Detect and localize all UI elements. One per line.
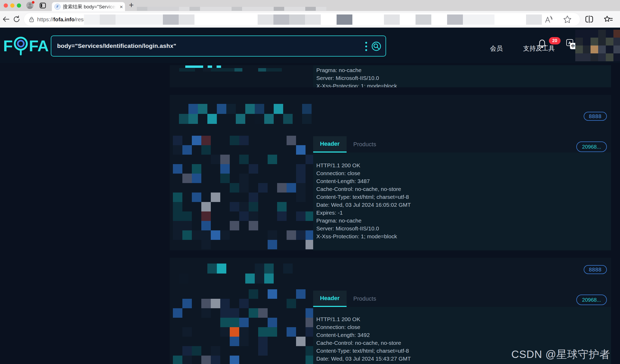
result-count-badge[interactable]: 20968...	[576, 295, 607, 305]
result-card-2: 8888 Header Products HTTP/1.1 200 OKConn…	[170, 95, 611, 250]
url-bar[interactable]: https://fofa.info/result?qb	[24, 13, 580, 26]
new-tab-button[interactable]: +	[129, 1, 134, 10]
fofa-favicon: F	[54, 4, 61, 10]
blurred-screenshot-thumbnail[interactable]	[173, 289, 315, 364]
detail-tabs: Header Products	[313, 136, 611, 153]
fofa-header: F FA body="Services/Identification/login…	[0, 28, 620, 63]
fofa-logo[interactable]: F FA	[3, 36, 48, 56]
traffic-close-button[interactable]	[4, 3, 8, 8]
url-blur-mosaic	[84, 14, 542, 25]
search-query-text: body="Services/Identification/login.ashx…	[57, 43, 176, 49]
http-headers: Pragma: no-cacheServer: Microsoft-IIS/10…	[313, 65, 611, 87]
detail-column: Header Products HTTP/1.1 200 OKConnectio…	[313, 136, 611, 250]
blurred-result-title[interactable]	[179, 104, 312, 124]
csdn-watermark: CSDN @星球守护者	[511, 347, 610, 362]
search-input[interactable]: body="Services/Identification/login.ashx…	[51, 36, 386, 57]
header-panel: Pragma: no-cacheServer: Microsoft-IIS/10…	[313, 65, 611, 87]
result-count-badge[interactable]: 20968...	[576, 141, 607, 152]
detail-tabs: Header Products	[313, 291, 611, 307]
search-options-dots-icon[interactable]	[365, 42, 367, 51]
read-aloud-icon[interactable]	[544, 16, 553, 24]
logo-letters-fa: FA	[29, 37, 49, 55]
tab-products[interactable]: Products	[347, 136, 383, 153]
bookmark-star-icon[interactable]	[563, 15, 572, 24]
notifications-bell-icon[interactable]	[537, 39, 547, 49]
blurred-result-title[interactable]	[179, 264, 312, 284]
blurred-screenshot-thumbnail[interactable]	[173, 136, 315, 249]
browser-toolbar: https://fofa.info/result?qb	[0, 11, 620, 28]
tab-close-icon[interactable]: ×	[120, 4, 123, 9]
traffic-zoom-button[interactable]	[17, 3, 21, 8]
port-badge[interactable]: 8888	[584, 112, 607, 121]
sidebar-toggle-icon[interactable]	[39, 2, 46, 9]
user-avatar-blurred[interactable]	[575, 30, 620, 61]
profile-notification-dot	[32, 1, 34, 4]
screen: F 搜索结果 body="Services/Ident × + https://…	[0, 0, 620, 364]
blurred-link-remnant	[181, 65, 221, 68]
tab-header[interactable]: Header	[313, 291, 347, 307]
tab-title: 搜索结果 body="Services/Ident	[63, 3, 117, 10]
tab-header[interactable]: Header	[313, 136, 347, 153]
browser-tab-active[interactable]: F 搜索结果 body="Services/Ident ×	[52, 2, 125, 11]
result-card-1: Pragma: no-cacheServer: Microsoft-IIS/10…	[170, 65, 611, 87]
logo-magnifier-icon	[13, 36, 28, 56]
notification-count-badge[interactable]: 20	[549, 37, 561, 44]
favorites-icon[interactable]	[604, 15, 613, 23]
blurred-title-remnant	[179, 68, 290, 72]
tabstrip-blur-mosaic	[137, 7, 326, 11]
port-badge[interactable]: 8888	[584, 265, 607, 274]
url-domain: fofa.info	[53, 16, 75, 22]
header-panel: HTTP/1.1 200 OKConnection: closeContent-…	[313, 153, 611, 250]
logo-letter-f: F	[3, 37, 13, 55]
traffic-minimize-button[interactable]	[10, 3, 14, 8]
tab-products[interactable]: Products	[347, 291, 383, 307]
http-headers: HTTP/1.1 200 OKConnection: closeContent-…	[313, 153, 611, 240]
reload-icon[interactable]	[13, 15, 21, 23]
back-icon[interactable]	[2, 15, 10, 23]
split-screen-icon[interactable]	[585, 15, 594, 23]
nav-member[interactable]: 会员	[490, 44, 503, 53]
search-submit-icon[interactable]	[371, 41, 382, 52]
lock-icon	[29, 17, 34, 22]
browser-titlebar: F 搜索结果 body="Services/Ident × +	[0, 0, 620, 11]
